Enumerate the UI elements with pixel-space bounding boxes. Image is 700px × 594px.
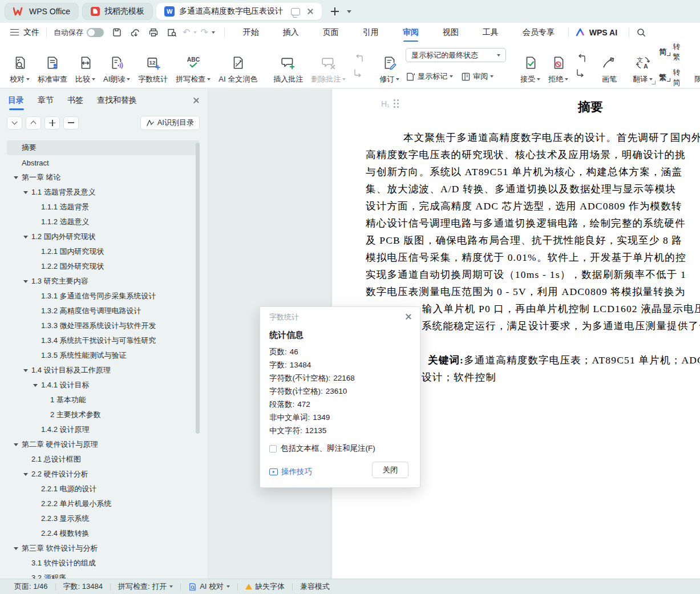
collapse-triangle-icon[interactable] (14, 547, 22, 550)
sidebar-scrollbar-thumb[interactable] (196, 143, 200, 434)
word-count-button[interactable]: 12 字数统计 (134, 45, 172, 86)
outline-item[interactable]: 1.1.1 选题背景 (7, 200, 200, 215)
outline-item[interactable]: 1.4 设计目标及工作原理 (7, 363, 200, 378)
missing-font-warning[interactable]: 缺失字体 (238, 581, 292, 592)
outline-item[interactable]: 1.2 国内外研究现状 (7, 229, 200, 244)
print-preview-icon[interactable] (167, 27, 177, 38)
standard-review-button[interactable]: 标准审查 (34, 45, 71, 86)
ai-read-button[interactable]: AI朗读 (99, 45, 134, 86)
wps-ai-button[interactable]: WPS AI (576, 28, 617, 37)
outline-item[interactable]: 1.1.2 选题意义 (7, 215, 200, 229)
file-menu[interactable]: 文件 (23, 27, 39, 38)
outline-item[interactable]: 1.2.2 国外研究现状 (7, 259, 200, 274)
print-icon[interactable] (148, 27, 159, 38)
previous-comment-icon[interactable] (354, 54, 363, 62)
collapse-triangle-icon[interactable] (23, 369, 31, 372)
tips-link[interactable]: 操作技巧 (269, 467, 312, 477)
outline-item[interactable]: 2.2 硬件设计分析 (7, 467, 200, 482)
comment-bubble-icon[interactable] (291, 8, 300, 15)
spell-check-button[interactable]: ABC 拼写检查 (172, 45, 215, 86)
collapse-triangle-icon[interactable] (33, 384, 41, 387)
export-pdf-icon[interactable] (130, 27, 140, 38)
outline-item[interactable]: 1.3.5 系统性能测试与验证 (7, 348, 200, 363)
outline-item[interactable]: 1.3.4 系统抗干扰设计与可靠性研究 (7, 333, 200, 348)
review-panel-button[interactable]: 审阅 (461, 71, 493, 82)
collapse-triangle-icon[interactable] (23, 280, 31, 283)
close-tab-icon[interactable] (307, 8, 314, 15)
undo-icon[interactable]: ↶ (183, 27, 190, 38)
checkbox[interactable] (269, 445, 277, 452)
compare-button[interactable]: 比较 (71, 45, 99, 86)
autosave-toggle[interactable] (87, 28, 104, 37)
next-change-icon[interactable] (576, 69, 586, 77)
outline-item[interactable]: 2.1 总设计框图 (7, 452, 200, 467)
close-sidebar-icon[interactable] (193, 97, 200, 104)
undo-chevron-icon[interactable] (193, 31, 197, 34)
menu-start[interactable]: 开始 (242, 24, 260, 41)
menu-reference[interactable]: 引用 (362, 24, 380, 41)
more-actions-chevron-icon[interactable] (212, 31, 215, 34)
tab-docer-templates[interactable]: 找稻壳模板 (82, 3, 153, 20)
menu-view[interactable]: 视图 (442, 24, 460, 41)
delete-comment-button[interactable]: 删除批注 (307, 45, 350, 86)
expand-all-button[interactable] (44, 116, 60, 130)
collapse-up-button[interactable] (26, 116, 41, 130)
tab-find-replace[interactable]: 查找和替换 (97, 92, 137, 108)
outline-item[interactable]: 1.3.1 多通道信号同步采集系统设计 (7, 289, 200, 304)
outline-item[interactable]: 1.3.2 高精度信号调理电路设计 (7, 304, 200, 318)
outline-item[interactable]: 3.1 软件设计的组成 (7, 556, 200, 571)
menu-member[interactable]: 会员专享 (521, 24, 556, 41)
tab-list-chevron-icon[interactable] (347, 10, 351, 13)
spell-check-status[interactable]: 拼写检查: 打开 (111, 581, 180, 592)
outline-item[interactable]: 2.2.3 显示系统 (7, 511, 200, 526)
close-dialog-icon[interactable] (405, 313, 412, 320)
insert-comment-button[interactable]: 插入批注 (269, 45, 307, 86)
ai-recognize-toc-button[interactable]: AI识别目录 (140, 116, 200, 130)
menu-tools[interactable]: 工具 (481, 24, 500, 41)
outline-item[interactable]: 2.2.2 单片机最小系统 (7, 496, 200, 511)
save-icon[interactable] (112, 27, 122, 38)
previous-change-icon[interactable] (576, 54, 586, 62)
restrict-edit-button[interactable]: 限制编辑 (690, 45, 700, 86)
outline-item[interactable]: 2.2.4 模数转换 (7, 526, 200, 541)
tab-current-document[interactable]: W 多通道高精度数字电压表设计 (156, 3, 322, 20)
document-title[interactable]: 摘要 (332, 99, 700, 116)
outline-item[interactable]: 2.2.1 电源的设计 (7, 482, 200, 496)
collapse-triangle-icon[interactable] (14, 176, 22, 179)
collapse-triangle-icon[interactable] (14, 443, 22, 446)
outline-item[interactable]: 2 主要技术参数 (7, 407, 200, 422)
reject-button[interactable]: 拒绝 (544, 45, 572, 86)
search-icon[interactable] (636, 27, 646, 38)
new-tab-icon[interactable] (331, 7, 339, 15)
collapse-triangle-icon[interactable] (23, 191, 31, 194)
compatibility-mode-badge[interactable]: 兼容模式 (293, 581, 337, 592)
menu-review[interactable]: 审阅 (402, 24, 420, 41)
page-indicator[interactable]: 页面: 1/46 (7, 581, 55, 592)
menu-insert[interactable]: 插入 (282, 24, 300, 41)
outline-item[interactable]: 1 基本功能 (7, 393, 200, 407)
outline-item[interactable]: 第二章 硬件设计与原理 (7, 437, 200, 452)
tab-chapters[interactable]: 章节 (38, 92, 54, 108)
outline-item[interactable]: Abstract (7, 155, 200, 170)
accept-button[interactable]: 接受 (516, 45, 544, 86)
outline-item[interactable]: 1.3.3 微处理器系统设计与软件开发 (7, 318, 200, 333)
tab-contents[interactable]: 目录 (8, 92, 24, 108)
collapse-all-button[interactable] (63, 116, 79, 130)
menu-page[interactable]: 页面 (322, 24, 340, 41)
collapse-triangle-icon[interactable] (23, 473, 31, 476)
traditional-to-simplified-button[interactable]: 繁 转简 (659, 67, 680, 88)
outline-item[interactable]: 摘要 (7, 140, 200, 155)
expand-down-button[interactable] (7, 116, 22, 130)
track-changes-button[interactable]: 修订 (375, 45, 403, 86)
proofread-button[interactable]: 校对 (6, 45, 34, 86)
next-comment-icon[interactable] (354, 69, 363, 77)
hamburger-menu-icon[interactable] (10, 29, 19, 35)
tab-bookmarks[interactable]: 书签 (67, 92, 83, 108)
outline-item[interactable]: 3.2 源程序 (7, 571, 200, 579)
outline-item[interactable]: 1.4.2 设计原理 (7, 422, 200, 437)
outline-item[interactable]: 1.1 选题背景及意义 (7, 185, 200, 200)
ai-polish-button[interactable]: AI 全文润色 (215, 45, 261, 86)
outline-item[interactable]: 1.2.1 国内研究现状 (7, 244, 200, 259)
pen-button[interactable]: 画笔 (598, 45, 621, 86)
tab-wps-home[interactable]: WPS Office (5, 3, 79, 20)
